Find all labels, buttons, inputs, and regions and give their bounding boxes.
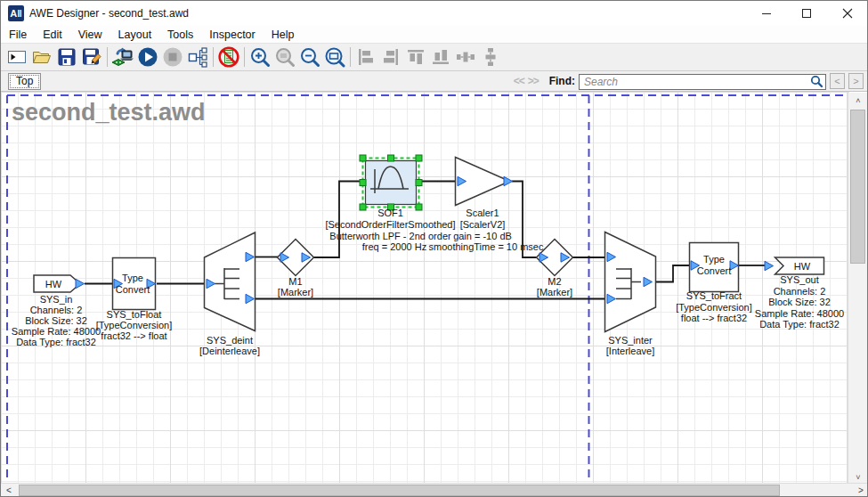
label: SYS_out — [780, 274, 818, 285]
scroll-right-button[interactable]: > — [853, 484, 868, 497]
distribute-vertical-button[interactable] — [478, 45, 503, 69]
find-label: Find: — [549, 75, 575, 87]
label: Sample Rate: 48000 — [12, 326, 101, 337]
menu-edit[interactable]: Edit — [35, 29, 70, 41]
port-sysin-out[interactable] — [76, 279, 85, 288]
align-top-button[interactable] — [403, 45, 428, 69]
label: SYS_toFloat — [107, 309, 162, 320]
distribute-horizontal-button[interactable] — [453, 45, 478, 69]
canvas-doc-title: second_test.awd — [12, 99, 206, 126]
align-right-icon — [380, 46, 402, 68]
zoom-fit-icon — [324, 46, 345, 68]
horizontal-scrollbar[interactable]: < > — [1, 483, 868, 496]
stop-button[interactable] — [160, 45, 185, 69]
play-button[interactable] — [135, 45, 160, 69]
label: [Deinterleave] — [199, 346, 260, 356]
block-sys-in-label: HW — [45, 279, 62, 289]
menu-inspector[interactable]: Inspector — [201, 29, 263, 41]
menu-bar: File Edit View Layout Tools Inspector He… — [1, 26, 867, 44]
label: Sample Rate: 48000 — [755, 308, 844, 319]
label: SYS_in — [40, 294, 73, 305]
connect-target-button[interactable] — [110, 45, 135, 69]
new-model-button[interactable] — [4, 45, 29, 69]
minimize-button[interactable] — [747, 1, 787, 26]
label: smoothingTime = 10 msec — [429, 241, 544, 252]
save-as-button[interactable] — [79, 45, 104, 69]
label: SYS_deint — [207, 335, 253, 346]
label: [Marker] — [537, 287, 572, 297]
vertical-scrollbar[interactable]: ˄ ˅ — [848, 93, 867, 485]
label: Channels: 2 — [30, 305, 83, 315]
save-button[interactable] — [54, 45, 79, 69]
find-next-button[interactable]: > — [848, 73, 864, 89]
label: Butterworth LPF - 2nd order — [329, 231, 451, 241]
label: [Interleave] — [606, 346, 654, 356]
route-icon — [187, 46, 208, 68]
search-input[interactable] — [579, 74, 826, 90]
toolbar-separator — [107, 47, 108, 67]
find-prev-all-button[interactable]: << — [514, 75, 524, 87]
save-as-icon — [81, 46, 102, 68]
label: [Marker] — [278, 287, 313, 297]
disable-inspectors-icon — [217, 45, 240, 69]
label: [TypeConversion] — [676, 302, 752, 313]
toolbar-separator — [244, 47, 245, 67]
label: Scaler1 — [466, 208, 499, 218]
align-left-button[interactable] — [353, 45, 378, 69]
maximize-icon — [802, 9, 812, 19]
tab-top[interactable]: Top — [8, 73, 41, 90]
block-sof1[interactable] — [366, 161, 417, 205]
close-icon — [842, 8, 853, 19]
port-sysout-in[interactable] — [765, 261, 774, 270]
toolbar-separator — [213, 47, 214, 67]
label: Channels: 2 — [774, 286, 826, 297]
zoom-selection-button[interactable] — [272, 45, 297, 69]
menu-file[interactable]: File — [1, 29, 35, 41]
play-icon — [137, 46, 158, 68]
search-icon[interactable] — [810, 75, 823, 88]
zoom-fit-button[interactable] — [322, 45, 347, 69]
open-button[interactable] — [29, 45, 54, 69]
stop-icon — [162, 46, 183, 68]
menu-view[interactable]: View — [70, 29, 110, 41]
zoom-in-icon — [249, 46, 271, 68]
zoom-in-button[interactable] — [247, 45, 272, 69]
label: gain = -10 dB — [453, 231, 512, 241]
label: Data Type: fract32 — [759, 319, 840, 330]
vertical-scroll-thumb[interactable] — [850, 110, 865, 264]
find-next-all-button[interactable]: >> — [528, 75, 539, 87]
label: Block Size: 32 — [25, 315, 87, 326]
maximize-button[interactable] — [787, 1, 827, 26]
new-model-icon — [6, 46, 28, 68]
label: float --> fract32 — [681, 313, 747, 323]
find-prev-button[interactable]: < — [830, 73, 845, 89]
save-icon — [56, 46, 77, 68]
label: SOF1 — [377, 208, 403, 218]
port-scaler-out[interactable] — [504, 176, 513, 185]
close-button[interactable] — [827, 1, 867, 26]
schematic-canvas[interactable]: second_test.awd HW SYS_in Channels: 2 Bl… — [1, 92, 849, 484]
align-right-button[interactable] — [378, 45, 403, 69]
route-button[interactable] — [185, 45, 210, 69]
menu-help[interactable]: Help — [264, 29, 303, 41]
align-bottom-button[interactable] — [428, 45, 453, 69]
zoom-out-button[interactable] — [297, 45, 322, 69]
zoom-out-icon — [299, 46, 320, 68]
label: fract32 --> float — [101, 330, 166, 341]
app-icon: A‖ — [8, 5, 24, 21]
align-bottom-icon — [430, 46, 451, 68]
label: [SecondOrderFilterSmoothed] — [325, 219, 455, 230]
wire-inter-tofract[interactable] — [653, 265, 691, 282]
open-folder-icon — [31, 46, 53, 68]
window-title: AWE Designer - second_test.awd — [29, 7, 189, 20]
menu-tools[interactable]: Tools — [159, 29, 201, 41]
scroll-up-button[interactable]: ˄ — [848, 93, 868, 108]
horizontal-scroll-thumb[interactable] — [19, 485, 780, 496]
tab-bar: Top << >> Find: < > — [1, 71, 867, 92]
zoom-selection-icon — [274, 46, 296, 68]
scroll-left-button[interactable]: < — [1, 484, 17, 497]
menu-layout[interactable]: Layout — [110, 29, 160, 41]
label: SYS_toFract — [686, 290, 742, 301]
disable-inspectors-button[interactable] — [216, 45, 241, 69]
label: SYS_inter — [608, 335, 653, 346]
